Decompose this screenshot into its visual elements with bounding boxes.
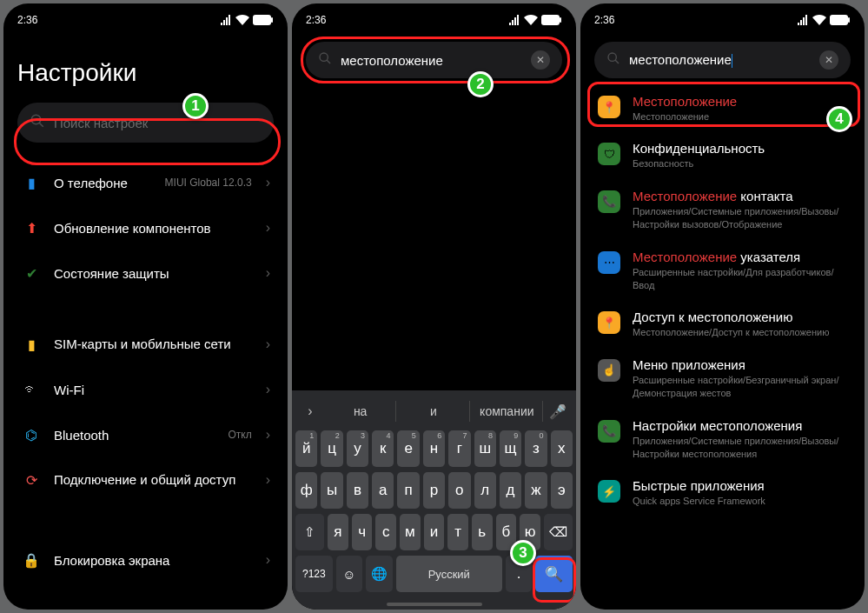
status-icons	[797, 15, 851, 25]
suggestions-toggle-icon[interactable]: ›	[297, 403, 323, 419]
mic-icon[interactable]: 🎤	[545, 403, 571, 420]
search-settings-input[interactable]: Поиск настроек	[17, 103, 274, 143]
shift-key[interactable]: ⇧	[295, 514, 324, 550]
key[interactable]: р	[423, 472, 445, 509]
key[interactable]: я	[328, 514, 348, 550]
settings-item[interactable]: ⟳Подключение и общий доступ›	[17, 457, 274, 503]
item-label: SIM-карты и мобильные сети	[54, 336, 254, 353]
result-subtitle: Местоположение	[633, 110, 847, 123]
suggestion-1[interactable]: на	[325, 401, 396, 422]
svg-rect-4	[541, 15, 560, 25]
search-input[interactable]: местоположение ✕	[594, 42, 851, 78]
result-item[interactable]: ⋯Местоположение указателяРасширенные нас…	[594, 241, 851, 302]
key[interactable]: с	[375, 514, 396, 550]
svg-point-6	[320, 53, 328, 61]
settings-item[interactable]: ⬆Обновление компонентов›	[17, 205, 274, 250]
result-title: Конфиденциальность	[633, 141, 847, 156]
chevron-right-icon: ›	[266, 175, 270, 190]
result-title: Местоположение	[633, 94, 847, 109]
numbers-key[interactable]: ?123	[295, 556, 333, 592]
result-title: Местоположение контакта	[633, 189, 847, 203]
key[interactable]: ш8	[474, 430, 496, 467]
settings-item[interactable]: ✔Состояние защиты›	[17, 250, 274, 296]
battery-icon	[541, 15, 562, 25]
key[interactable]: щ9	[500, 430, 521, 467]
settings-item[interactable]: ▮SIM-карты и мобильные сети›	[17, 322, 274, 367]
search-value: местоположение	[341, 53, 522, 68]
search-input[interactable]: местоположение ✕	[306, 42, 562, 78]
key[interactable]: з0	[525, 430, 547, 467]
svg-line-3	[39, 123, 43, 127]
key[interactable]: г7	[448, 430, 470, 467]
key[interactable]: а	[372, 472, 394, 509]
status-bar: 2:36	[3, 3, 288, 33]
settings-item[interactable]: ⌬BluetoothОткл›	[17, 412, 274, 457]
key[interactable]: о	[448, 472, 470, 509]
search-placeholder: Поиск настроек	[54, 116, 262, 130]
key[interactable]: н6	[423, 430, 445, 467]
result-item[interactable]: 📍МестоположениеМестоположение	[594, 85, 851, 132]
suggestion-2[interactable]: и	[398, 401, 469, 422]
phone-screen-3: 2:36 местоположение ✕ 📍МестоположениеМес…	[580, 3, 865, 610]
key[interactable]: м	[400, 514, 421, 550]
settings-list: ▮О телефонеMIUI Global 12.0.3›⬆Обновлени…	[17, 160, 274, 583]
clear-search-button[interactable]: ✕	[531, 50, 550, 70]
search-icon	[30, 113, 45, 132]
battery-icon	[253, 15, 274, 25]
svg-line-7	[327, 60, 330, 63]
phone-screen-2: 2:36 местоположение ✕ 2 › на и компании …	[292, 3, 576, 610]
svg-rect-0	[253, 15, 271, 25]
result-title: Доступ к местоположению	[633, 310, 847, 324]
search-value: местоположение	[629, 52, 811, 68]
key[interactable]: к4	[372, 430, 394, 467]
status-bar: 2:36	[580, 3, 865, 33]
item-label: О телефоне	[54, 176, 153, 190]
search-icon	[318, 51, 332, 69]
result-subtitle: Местоположение/Доступ к местоположению	[633, 326, 847, 339]
key[interactable]: л	[474, 472, 496, 509]
key[interactable]: й1	[295, 430, 317, 467]
key[interactable]: х	[551, 430, 573, 467]
share-icon: ⟳	[21, 470, 42, 490]
chevron-right-icon: ›	[266, 336, 270, 352]
svg-point-10	[608, 53, 616, 61]
item-label: Wi-Fi	[54, 383, 240, 397]
search-key[interactable]: 🔍	[535, 556, 573, 592]
suggestion-3[interactable]: компании	[472, 401, 543, 422]
badge-1: 1	[182, 93, 209, 119]
result-item[interactable]: ⚡Быстрые приложенияQuick apps Service Fr…	[594, 470, 851, 516]
settings-item[interactable]: ▮О телефонеMIUI Global 12.0.3›	[17, 160, 274, 205]
result-item[interactable]: 📍Доступ к местоположениюМестоположение/Д…	[594, 301, 851, 348]
about-icon: ▮	[21, 172, 42, 193]
key[interactable]: ч	[352, 514, 373, 550]
item-label: Блокировка экрана	[54, 553, 254, 568]
language-key[interactable]: 🌐	[366, 556, 393, 592]
key[interactable]: у3	[347, 430, 368, 467]
clear-search-button[interactable]: ✕	[819, 50, 838, 70]
space-key[interactable]: Русский	[396, 556, 502, 592]
key[interactable]: т	[447, 514, 468, 550]
key[interactable]: е5	[397, 430, 419, 467]
key[interactable]: п	[397, 472, 419, 509]
wifi-icon	[235, 15, 249, 25]
key[interactable]: ь	[472, 514, 493, 550]
result-item[interactable]: 📞Настройки местоположенияПриложения/Сист…	[594, 410, 851, 470]
key[interactable]: и	[424, 514, 445, 550]
settings-item[interactable]: 🔒Блокировка экрана›	[17, 537, 274, 583]
key[interactable]: ц2	[321, 430, 342, 467]
key[interactable]: э	[551, 472, 573, 509]
settings-item[interactable]: ᯤWi-Fi ›	[17, 367, 274, 412]
result-item[interactable]: ☝Меню приложенияРасширенные настройки/Бе…	[594, 349, 851, 410]
signal-icon	[508, 15, 520, 25]
key[interactable]: ж	[525, 472, 547, 509]
signal-icon	[797, 15, 809, 25]
backspace-key[interactable]: ⌫	[544, 514, 573, 550]
key[interactable]: в	[347, 472, 368, 509]
key[interactable]: д	[500, 472, 521, 509]
item-label: Bluetooth	[54, 428, 215, 443]
key[interactable]: ы	[321, 472, 342, 509]
key[interactable]: ф	[295, 472, 317, 509]
emoji-key[interactable]: ☺	[336, 556, 363, 592]
result-item[interactable]: 🛡КонфиденциальностьБезопасность	[594, 132, 851, 179]
result-item[interactable]: 📞Местоположение контактаПриложения/Систе…	[594, 180, 851, 241]
